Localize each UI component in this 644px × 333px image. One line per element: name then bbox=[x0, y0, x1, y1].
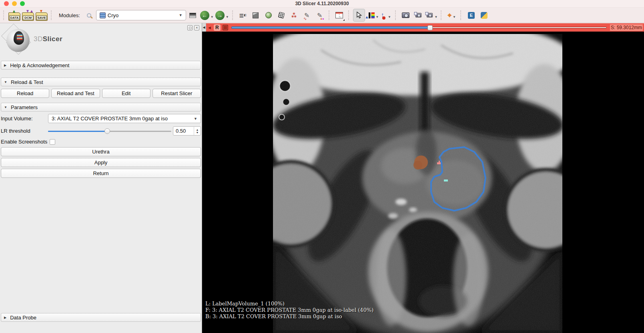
return-button[interactable]: Return bbox=[1, 169, 201, 178]
reload-and-test-button[interactable]: Reload and Test bbox=[51, 89, 100, 98]
toolbar-grip[interactable] bbox=[395, 10, 397, 20]
crosshair-button[interactable]: ⌖ ▼ bbox=[445, 9, 457, 22]
collapse-controller-button[interactable]: ◀ bbox=[202, 23, 206, 32]
scene-view-restore-button[interactable]: ▼ bbox=[425, 9, 438, 22]
module-back-button[interactable]: ←▼ bbox=[200, 9, 214, 22]
layout-selector-button[interactable] bbox=[333, 9, 345, 22]
module-selector[interactable]: Cryo ▼ bbox=[96, 10, 186, 20]
toolbar-grip[interactable] bbox=[3, 10, 5, 20]
data-probe-section[interactable]: ▶ Data Probe bbox=[1, 313, 201, 322]
slicer-logo-text: 3DSlicer bbox=[34, 35, 62, 43]
toolbar-grip[interactable] bbox=[348, 10, 350, 20]
spinbox-arrows[interactable]: ▲▼ bbox=[194, 127, 201, 135]
segment-editor-button[interactable]: ✎■■ bbox=[314, 9, 326, 22]
toolbar-grip[interactable] bbox=[329, 10, 331, 20]
subject-hierarchy-button[interactable]: ≣◧ bbox=[237, 9, 249, 22]
lr-threshold-spinbox[interactable]: 0.50 ▲▼ bbox=[173, 126, 201, 136]
scene-camera-restore-icon bbox=[426, 13, 432, 17]
data-module-button[interactable] bbox=[250, 9, 262, 22]
save-button[interactable]: ▼ SAVE bbox=[35, 9, 48, 22]
chevron-down-icon: ▼ bbox=[435, 15, 438, 19]
mouse-interaction-button[interactable] bbox=[353, 9, 365, 22]
module-search-button[interactable] bbox=[83, 9, 95, 22]
reload-button[interactable]: Reload bbox=[1, 89, 49, 98]
input-volume-selector[interactable]: 3: AXIAL T2 COVER PROSTATE 3mm 0gap at i… bbox=[48, 114, 201, 123]
cube-icon bbox=[253, 12, 259, 18]
import-dicom-button[interactable]: ▼▲ DCM bbox=[22, 9, 34, 22]
slice-offset-slider[interactable] bbox=[231, 24, 607, 31]
crosshair-icon: ⌖ bbox=[447, 12, 451, 18]
section-label: Data Probe bbox=[10, 315, 36, 321]
slice-offset-value: S: 59.3012mm bbox=[610, 24, 643, 31]
slice-menu-icon[interactable] bbox=[223, 25, 228, 30]
mri-axial-image[interactable] bbox=[273, 34, 562, 333]
scene-camera-icon bbox=[415, 13, 421, 17]
parameters-section[interactable]: ▼ Parameters bbox=[1, 103, 201, 112]
annotations-button[interactable]: ✎∿ bbox=[301, 9, 313, 22]
forward-arrow-icon: → bbox=[215, 11, 225, 20]
pencil-colors-icon: ✎■■ bbox=[317, 12, 322, 19]
module-history-button[interactable] bbox=[187, 9, 199, 22]
enable-screenshots-checkbox[interactable] bbox=[50, 139, 55, 145]
sphere-icon bbox=[265, 12, 272, 18]
apply-button[interactable]: Apply bbox=[1, 158, 201, 167]
overlay-background-layer: B: 3: AXIAL T2 COVER PROSTATE 3mm 0gap a… bbox=[205, 313, 373, 320]
chevron-down-icon: ▼ bbox=[211, 15, 214, 19]
camera-icon bbox=[402, 12, 409, 18]
input-volume-value: 3: AXIAL T2 COVER PROSTATE 3mm 0gap at i… bbox=[52, 116, 168, 122]
slider-handle[interactable] bbox=[104, 128, 110, 134]
back-arrow-icon: ← bbox=[200, 11, 209, 20]
module-selector-value: Cryo bbox=[108, 12, 118, 18]
edit-button[interactable]: Edit bbox=[102, 89, 150, 98]
colors-button[interactable]: ▼ bbox=[366, 9, 379, 22]
chevron-down-icon: ▼ bbox=[226, 15, 229, 19]
markups-button[interactable]: ✳✳✳ bbox=[288, 9, 300, 22]
mesh-icon bbox=[278, 12, 285, 19]
mri-anatomy bbox=[273, 34, 562, 333]
dicom-icon: ▼▲ DCM bbox=[22, 12, 34, 21]
pink-marker bbox=[437, 162, 441, 164]
layout-icon bbox=[335, 12, 343, 18]
section-label: Reload & Test bbox=[11, 79, 43, 85]
overlay-label-layer: L: LabelMapVolume_1 (100%) bbox=[205, 301, 373, 307]
window-title: 3D Slicer 4.11.20200930 bbox=[0, 1, 644, 6]
fiducial-arrow-icon: ↑ bbox=[381, 11, 387, 19]
pencil-icon: ✎∿ bbox=[304, 12, 309, 19]
modules-label: Modules: bbox=[59, 12, 80, 18]
python-console-button[interactable] bbox=[478, 9, 490, 22]
reload-test-section[interactable]: ▼ Reload & Test bbox=[1, 78, 201, 86]
toolbar-grip[interactable] bbox=[460, 10, 462, 20]
urethra-button[interactable]: Urethra bbox=[1, 147, 201, 156]
extensions-manager-button[interactable]: E bbox=[465, 9, 477, 22]
history-icon bbox=[189, 13, 196, 18]
ablation-label-blob bbox=[413, 161, 422, 169]
volume-rendering-button[interactable] bbox=[263, 9, 275, 22]
slice-canvas[interactable]: L: LabelMapVolume_1 (100%) F: 3: AXIAL T… bbox=[202, 32, 644, 333]
toolbar-grip[interactable] bbox=[232, 10, 234, 20]
colors-gradient-icon bbox=[369, 12, 375, 18]
help-acknowledgement-section[interactable]: ▶ Help & Acknowledgement bbox=[1, 61, 201, 70]
restart-slicer-button[interactable]: Restart Slicer bbox=[152, 89, 201, 98]
chevron-down-icon: ▼ bbox=[194, 117, 197, 121]
python-icon bbox=[481, 12, 488, 19]
slice-offset-handle[interactable] bbox=[427, 25, 433, 30]
enable-screenshots-label: Enable Screenshots bbox=[1, 139, 47, 145]
search-icon bbox=[87, 13, 91, 18]
load-data-button[interactable]: ▲ DATA bbox=[8, 9, 21, 22]
module-forward-button[interactable]: →▼ bbox=[215, 9, 229, 22]
toolbar-grip[interactable] bbox=[51, 10, 53, 20]
slicer-logo-icon bbox=[4, 26, 30, 55]
expanded-triangle-icon: ▼ bbox=[4, 80, 7, 84]
toolbar-grip[interactable] bbox=[441, 10, 443, 20]
place-fiducial-button[interactable]: ↑ ▼ bbox=[380, 9, 392, 22]
chevron-down-icon: ▼ bbox=[453, 15, 456, 19]
module-icon bbox=[100, 12, 106, 18]
slice-orientation-badge[interactable]: R bbox=[214, 24, 221, 31]
titlebar: 3D Slicer 4.11.20200930 bbox=[0, 0, 644, 7]
capture-screenshot-button[interactable] bbox=[400, 9, 412, 22]
pin-icon[interactable]: ◄ bbox=[207, 26, 212, 30]
cursor-arrow-icon bbox=[356, 12, 362, 19]
lr-threshold-slider[interactable] bbox=[48, 127, 171, 135]
models-button[interactable] bbox=[275, 9, 287, 22]
scene-view-save-button[interactable] bbox=[413, 9, 425, 22]
